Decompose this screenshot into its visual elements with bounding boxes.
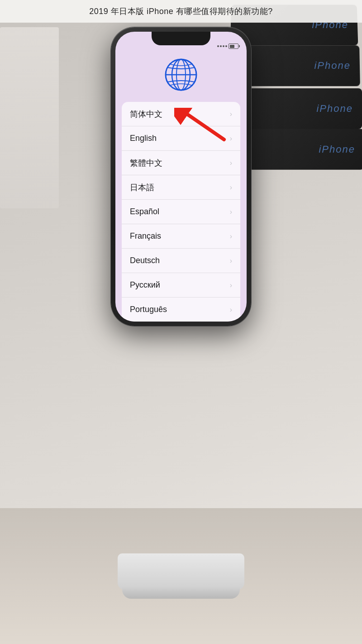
signal-dots	[217, 45, 227, 47]
page-title: 2019 年日本版 iPhone 有哪些值得期待的新功能?	[89, 6, 273, 17]
chevron-right-icon-spanish: ›	[230, 208, 232, 216]
signal-dot-1	[217, 45, 219, 47]
language-name-portuguese: Português	[130, 305, 167, 314]
chevron-right-icon-traditional-chinese: ›	[230, 159, 232, 167]
language-item-russian[interactable]: Русский›	[122, 273, 240, 298]
globe-icon	[163, 57, 199, 93]
iphone-box-label-2: iPhone	[314, 60, 351, 72]
language-item-traditional-chinese[interactable]: 繁體中文›	[122, 151, 240, 175]
iphone-screen: 简体中文›English›繁體中文›日本語›Español›Français›D…	[115, 32, 247, 322]
chevron-right-icon-english: ›	[230, 135, 232, 143]
language-name-spanish: Español	[130, 207, 159, 216]
language-name-russian: Русский	[130, 280, 160, 290]
iphone-box-label-3: iPhone	[316, 103, 353, 115]
language-name-traditional-chinese: 繁體中文	[130, 158, 162, 168]
battery-body	[229, 43, 238, 49]
iphone-notch	[152, 32, 210, 45]
language-item-portuguese[interactable]: Português›	[122, 298, 240, 322]
iphone-device: 简体中文›English›繁體中文›日本語›Español›Français›D…	[111, 27, 251, 571]
signal-dot-4	[225, 45, 227, 47]
signal-dot-2	[220, 45, 222, 47]
chevron-right-icon-portuguese: ›	[230, 306, 232, 314]
language-name-english: English	[130, 134, 157, 143]
language-name-simplified-chinese: 简体中文	[130, 109, 162, 120]
language-item-english[interactable]: English›	[122, 126, 240, 151]
language-item-german[interactable]: Deutsch›	[122, 249, 240, 273]
language-item-japanese[interactable]: 日本語›	[122, 175, 240, 200]
chevron-right-icon-japanese: ›	[230, 183, 232, 192]
background-left-objects	[0, 27, 59, 208]
chevron-right-icon-german: ›	[230, 257, 232, 265]
iphone-box-label-4: iPhone	[319, 144, 355, 155]
language-item-simplified-chinese[interactable]: 简体中文›	[122, 102, 240, 126]
signal-dot-3	[223, 45, 224, 47]
battery-fill	[230, 45, 234, 48]
language-item-french[interactable]: Français›	[122, 224, 240, 249]
chevron-right-icon-russian: ›	[230, 281, 232, 289]
language-name-french: Français	[130, 231, 161, 241]
iphone-body: 简体中文›English›繁體中文›日本語›Español›Français›D…	[111, 27, 251, 326]
chevron-right-icon-simplified-chinese: ›	[230, 110, 232, 118]
language-item-spanish[interactable]: Español›	[122, 200, 240, 224]
title-bar: 2019 年日本版 iPhone 有哪些值得期待的新功能?	[0, 0, 362, 23]
language-name-japanese: 日本語	[130, 182, 154, 193]
language-name-german: Deutsch	[130, 256, 160, 265]
globe-icon-container	[115, 57, 247, 93]
language-selection-list: 简体中文›English›繁體中文›日本語›Español›Français›D…	[122, 102, 240, 322]
chevron-right-icon-french: ›	[230, 232, 232, 240]
battery-indicator	[217, 43, 238, 49]
